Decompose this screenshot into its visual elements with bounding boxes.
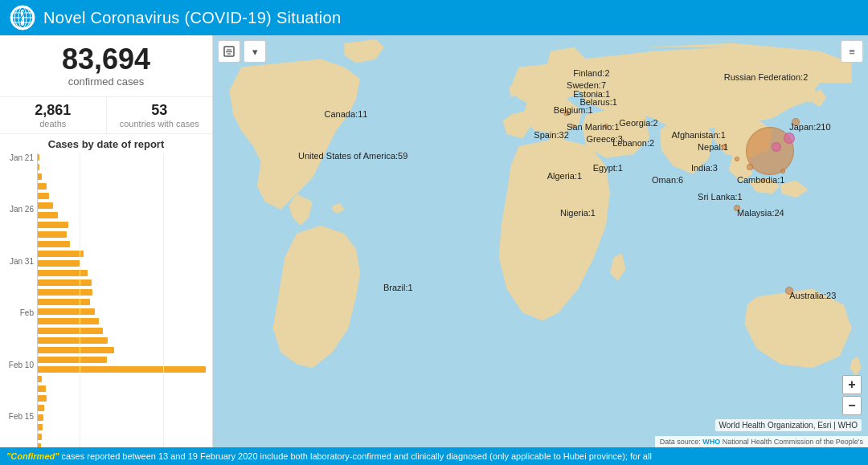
dropdown-button[interactable]: ▾	[244, 40, 266, 63]
y-axis-label: Feb 15	[6, 412, 34, 421]
confirmed-label: confirmed cases	[0, 75, 212, 88]
map-area[interactable]: ▾ ≡	[213, 35, 868, 447]
countries-value: 53	[107, 102, 213, 119]
confirmed-stats: 83,694 confirmed cases	[0, 35, 212, 97]
map-toolbar: ▾	[218, 40, 266, 63]
map-bubble	[785, 287, 793, 295]
zoom-out-button[interactable]: −	[842, 396, 862, 415]
y-axis-label: Jan 31	[6, 257, 34, 266]
map-bubble	[747, 164, 753, 170]
filter-button[interactable]	[218, 40, 240, 63]
who-source-label: WHO	[702, 438, 720, 446]
who-logo	[10, 5, 35, 31]
grid-line-2	[163, 153, 164, 447]
chart-container: Cases by date of report Jan 21Jan 26Jan …	[0, 134, 212, 447]
data-source: Data source: WHO National Health Commiss…	[655, 436, 868, 447]
deaths-stat: 2,861 deaths	[0, 97, 107, 133]
map-bubble	[784, 133, 795, 144]
map-bubble	[564, 111, 570, 116]
zoom-controls: + −	[842, 375, 862, 415]
deaths-countries-row: 2,861 deaths 53 countries with cases	[0, 97, 212, 134]
zoom-in-button[interactable]: +	[842, 375, 862, 394]
map-bubble	[735, 157, 739, 161]
ticker-quote: "Confirmed"	[6, 451, 59, 461]
y-axis-label: Jan 21	[6, 153, 34, 162]
world-map-svg	[213, 35, 868, 447]
map-bubble	[761, 177, 765, 182]
chart-title: Cases by date of report	[6, 138, 206, 150]
y-axis-label: Feb	[6, 308, 34, 317]
map-bubble	[792, 118, 800, 126]
deaths-value: 2,861	[0, 102, 106, 119]
list-icon: ≡	[849, 46, 855, 58]
ticker-content: cases reported between 13 and 19 Februar…	[62, 451, 652, 461]
bottom-ticker: "Confirmed" cases reported between 13 an…	[0, 447, 868, 465]
map-bubble	[604, 124, 608, 128]
y-axis-label: Feb 10	[6, 361, 34, 369]
map-bubble	[571, 124, 575, 128]
countries-label: countries with cases	[107, 119, 213, 128]
chevron-down-icon: ▾	[252, 46, 258, 58]
deaths-label: deaths	[0, 119, 106, 128]
confirmed-count: 83,694	[0, 43, 212, 75]
y-axis-label: Jan 26	[6, 205, 34, 214]
map-bubble	[772, 142, 781, 152]
grid-line-1	[80, 153, 80, 447]
bars-wrapper	[37, 153, 206, 447]
main-content: 83,694 confirmed cases 2,861 deaths 53 c…	[0, 35, 868, 447]
map-attribution: World Health Organization, Esri | WHO	[715, 419, 862, 431]
ticker-text: "Confirmed" cases reported between 13 an…	[6, 451, 652, 461]
source-detail: National Health Commission of the People…	[723, 438, 863, 446]
page-title: Novel Coronavirus (COVID-19) Situation	[43, 9, 341, 27]
left-panel: 83,694 confirmed cases 2,861 deaths 53 c…	[0, 35, 213, 447]
countries-stat: 53 countries with cases	[107, 97, 213, 133]
map-bubble	[780, 169, 785, 173]
grid-lines	[38, 153, 206, 447]
chart-area: Jan 21Jan 26Jan 31FebFeb 10Feb 15Feb 20F…	[6, 153, 206, 447]
list-button[interactable]: ≡	[841, 40, 863, 63]
bars-and-x: 010k20k	[37, 153, 206, 447]
header: Novel Coronavirus (COVID-19) Situation	[0, 0, 868, 35]
map-bubble	[734, 205, 740, 211]
y-axis: Jan 21Jan 26Jan 31FebFeb 10Feb 15Feb 20F…	[6, 153, 37, 447]
map-bubble	[721, 144, 727, 149]
